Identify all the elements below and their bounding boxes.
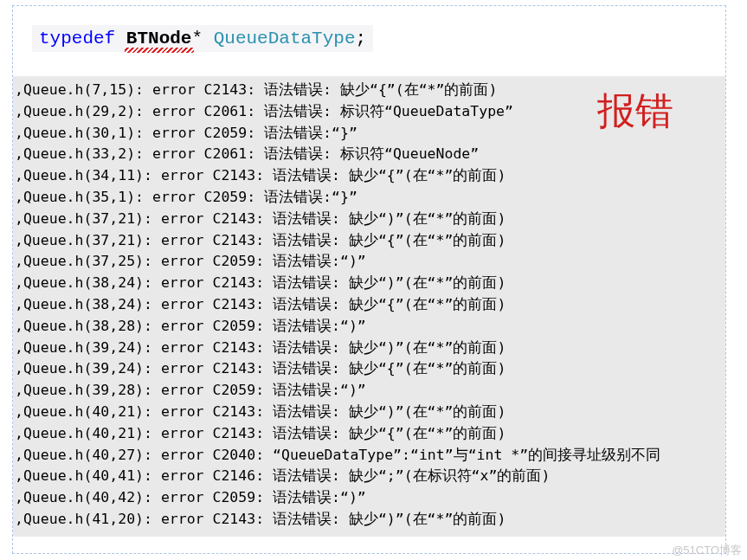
error-line: ,Queue.h(33,2): error C2061: 语法错误: 标识符“Q… bbox=[13, 144, 725, 165]
error-line: ,Queue.h(40,27): error C2040: “QueueData… bbox=[13, 445, 725, 467]
error-line: ,Queue.h(40,21): error C2143: 语法错误: 缺少“)… bbox=[13, 402, 725, 423]
identifier-btnode: BTNode bbox=[126, 29, 192, 48]
code-line: typedef BTNode* QueueDataType; bbox=[32, 25, 373, 52]
identifier-queuedatatype: QueueDataType bbox=[214, 29, 356, 48]
error-line: ,Queue.h(39,24): error C2143: 语法错误: 缺少“{… bbox=[13, 358, 725, 380]
error-line: ,Queue.h(37,25): error C2059: 语法错误:“)” bbox=[13, 251, 725, 273]
star-token: * bbox=[191, 29, 203, 48]
error-line: ,Queue.h(37,21): error C2143: 语法错误: 缺少“)… bbox=[13, 209, 725, 230]
error-line: ,Queue.h(38,24): error C2143: 语法错误: 缺少“)… bbox=[13, 273, 725, 294]
error-line: ,Queue.h(38,28): error C2059: 语法错误:“)” bbox=[13, 316, 725, 338]
keyword-typedef: typedef bbox=[39, 29, 115, 48]
error-output-panel: 报错 ,Queue.h(7,15): error C2143: 语法错误: 缺少… bbox=[13, 76, 725, 537]
error-line: ,Queue.h(34,11): error C2143: 语法错误: 缺少“{… bbox=[13, 165, 725, 187]
error-heading: 报错 bbox=[597, 100, 673, 122]
error-line: ,Queue.h(38,24): error C2143: 语法错误: 缺少“{… bbox=[13, 294, 725, 316]
error-squiggle bbox=[125, 48, 194, 53]
semicolon-token: ; bbox=[356, 29, 367, 48]
error-list: ,Queue.h(7,15): error C2143: 语法错误: 缺少“{”… bbox=[13, 80, 725, 531]
dashed-frame: typedef BTNode* QueueDataType; 报错 ,Queue… bbox=[12, 5, 726, 554]
error-line: ,Queue.h(40,42): error C2059: 语法错误:“)” bbox=[13, 487, 725, 509]
error-line: ,Queue.h(41,20): error C2143: 语法错误: 缺少“)… bbox=[13, 509, 725, 531]
error-line: ,Queue.h(40,21): error C2143: 语法错误: 缺少“{… bbox=[13, 423, 725, 445]
watermark: @51CTO博客 bbox=[672, 543, 742, 558]
error-line: ,Queue.h(39,24): error C2143: 语法错误: 缺少“)… bbox=[13, 338, 725, 359]
error-line: ,Queue.h(37,21): error C2143: 语法错误: 缺少“{… bbox=[13, 230, 725, 252]
error-line: ,Queue.h(40,41): error C2146: 语法错误: 缺少“;… bbox=[13, 466, 725, 487]
error-line: ,Queue.h(35,1): error C2059: 语法错误:“}” bbox=[13, 187, 725, 209]
error-line: ,Queue.h(39,28): error C2059: 语法错误:“)” bbox=[13, 380, 725, 402]
